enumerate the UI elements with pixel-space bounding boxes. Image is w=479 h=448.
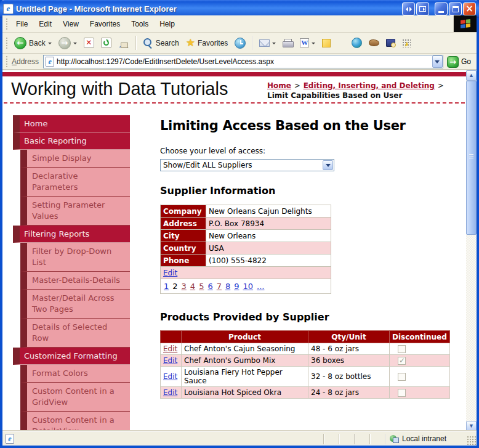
close-button[interactable]: ×: [463, 2, 476, 15]
toolbar-drag-handle[interactable]: [6, 37, 9, 49]
history-button[interactable]: [231, 36, 249, 51]
sidebar-item-setting-parameter-values[interactable]: Setting Parameter Values: [20, 197, 130, 226]
menu-item-file[interactable]: File: [10, 17, 33, 31]
address-input[interactable]: e http://localhost:1297/Code/EditInsertD…: [43, 55, 443, 68]
product-edit-cell: Edit: [161, 355, 182, 367]
pager-page-link[interactable]: 5: [199, 282, 204, 291]
menu-item-help[interactable]: Help: [154, 17, 180, 31]
products-column-header: Discontinued: [390, 331, 450, 343]
browser-viewport: Working with Data Tutorials Home > Editi…: [2, 70, 477, 431]
sidebar-item-format-colors[interactable]: Format Colors: [20, 365, 130, 383]
forward-button[interactable]: →: [55, 35, 80, 51]
pager-page-link[interactable]: 1: [164, 282, 169, 291]
product-edit-link[interactable]: Edit: [163, 372, 177, 381]
product-edit-link[interactable]: Edit: [163, 388, 177, 397]
back-button[interactable]: ← Back: [11, 35, 55, 51]
supplier-field-row: Phone(100) 555-4822: [161, 255, 331, 267]
print-button[interactable]: [280, 37, 296, 49]
pan-button[interactable]: [402, 2, 415, 15]
pager-page-link[interactable]: 4: [190, 282, 195, 291]
research-button[interactable]: [348, 36, 365, 50]
toolbar-separator: [135, 36, 137, 50]
mail-button[interactable]: [256, 38, 279, 49]
supplier-field-label: Company: [161, 205, 206, 218]
pager-page-link[interactable]: 6: [207, 282, 212, 291]
favorites-button[interactable]: ★ Favorites: [183, 36, 231, 50]
product-edit-link[interactable]: Edit: [163, 356, 177, 365]
scrollbar-thumb[interactable]: [466, 81, 477, 235]
site-title: Working with Data Tutorials: [11, 79, 228, 99]
menu-item-tools[interactable]: Tools: [126, 17, 154, 31]
address-dropdown-button[interactable]: [432, 55, 443, 68]
vertical-scrollbar[interactable]: ▲ ▼: [466, 70, 477, 431]
product-qty-cell: 24 - 8 oz jars: [308, 387, 390, 399]
scroll-down-button[interactable]: ▼: [466, 421, 477, 431]
pager-page-link[interactable]: 10: [243, 282, 254, 291]
page-heading: Limiting Access Based on the User: [160, 118, 456, 133]
supplier-field-row: AddressP.O. Box 78934: [161, 218, 331, 230]
discontinued-checkbox[interactable]: [398, 345, 406, 353]
pager-page-link[interactable]: 7: [217, 282, 222, 291]
stop-icon: ✕: [84, 38, 94, 48]
sidebar-item-basic-reporting[interactable]: Basic Reporting: [13, 132, 130, 150]
supplier-edit-link[interactable]: Edit: [163, 269, 177, 277]
scroll-up-button[interactable]: ▲: [466, 70, 477, 81]
popout-button[interactable]: [416, 2, 429, 15]
sidebar-item-master-detail-across-two-pages[interactable]: Master/Detail Across Two Pages: [20, 290, 130, 319]
sidebar-item-filter-by-drop-down-list[interactable]: Filter by Drop-Down List: [20, 243, 130, 272]
refresh-icon: [101, 38, 111, 48]
go-button[interactable]: → Go: [443, 56, 475, 68]
product-edit-link[interactable]: Edit: [163, 344, 177, 353]
ie-logo-icon: e: [3, 4, 14, 14]
menubar-drag-handle[interactable]: [6, 18, 9, 30]
discontinued-checkbox[interactable]: [398, 357, 406, 365]
product-row: EditLouisiana Hot Spiced Okra24 - 8 oz j…: [161, 387, 450, 399]
select-dropdown-button[interactable]: [323, 160, 333, 170]
minimize-button[interactable]: [435, 2, 448, 15]
home-button[interactable]: [115, 36, 132, 50]
web-accessory-button[interactable]: [366, 38, 382, 48]
menu-item-edit[interactable]: Edit: [33, 17, 57, 31]
sidebar-item-customized-formatting[interactable]: Customized Formatting: [13, 348, 130, 365]
breadcrumb-link-section[interactable]: Editing, Inserting, and Deleting: [304, 81, 435, 90]
go-label: Go: [461, 57, 471, 66]
resize-grip[interactable]: [466, 435, 477, 446]
sidebar-item-custom-content-in-a-detailsview[interactable]: Custom Content in a DetailsView: [20, 412, 130, 431]
pager-page-link[interactable]: 3: [182, 282, 187, 291]
address-url[interactable]: http://localhost:1297/Code/EditInsertDel…: [57, 57, 430, 66]
search-button[interactable]: Search: [140, 36, 182, 50]
messenger-button[interactable]: [319, 37, 334, 49]
pager-page-link[interactable]: ...: [257, 282, 264, 291]
menu-item-view[interactable]: View: [57, 17, 84, 31]
discontinued-checkbox[interactable]: [398, 373, 406, 381]
supplier-field-label: Phone: [161, 255, 206, 267]
pager-row: 12345678910...: [161, 279, 331, 294]
maximize-button[interactable]: [449, 2, 462, 15]
refresh-button[interactable]: [98, 36, 115, 50]
access-level-select[interactable]: Show/Edit ALL Suppliers: [160, 159, 334, 171]
stop-button[interactable]: ✕: [81, 36, 97, 50]
menu-item-favorites[interactable]: Favorites: [84, 17, 126, 31]
pager-page-link[interactable]: 9: [234, 282, 239, 291]
sidebar-item-declarative-parameters[interactable]: Declarative Parameters: [20, 168, 130, 197]
toolbar-separator: [252, 36, 253, 50]
sidebar-item-home[interactable]: Home: [13, 115, 130, 132]
discontinued-checkbox[interactable]: [398, 389, 406, 397]
supplier-edit-row: Edit: [161, 267, 331, 279]
breadcrumb-separator: >: [294, 81, 301, 90]
sidebar-item-master-details-details[interactable]: Master-Details-Details: [20, 272, 130, 290]
edit-with-word-button[interactable]: W: [297, 36, 318, 49]
breadcrumb-link-home[interactable]: Home: [267, 81, 291, 90]
breadcrumb-separator: >: [437, 81, 445, 90]
status-page-icon: e: [6, 434, 14, 444]
sidebar-item-details-of-selected-row[interactable]: Details of Selected Row: [20, 319, 130, 348]
validator-button[interactable]: [399, 37, 414, 49]
sidebar-item-simple-display[interactable]: Simple Display: [20, 150, 130, 168]
maximize-icon: [453, 6, 459, 12]
reference-button[interactable]: [383, 37, 398, 49]
pager-page-link[interactable]: 8: [225, 282, 230, 291]
sidebar-item-custom-content-in-a-gridview[interactable]: Custom Content in a GridView: [20, 383, 130, 412]
sidebar-item-filtering-reports[interactable]: Filtering Reports: [13, 226, 130, 243]
addressbar-drag-handle[interactable]: [6, 55, 9, 68]
product-qty-cell: 36 boxes: [308, 355, 390, 367]
